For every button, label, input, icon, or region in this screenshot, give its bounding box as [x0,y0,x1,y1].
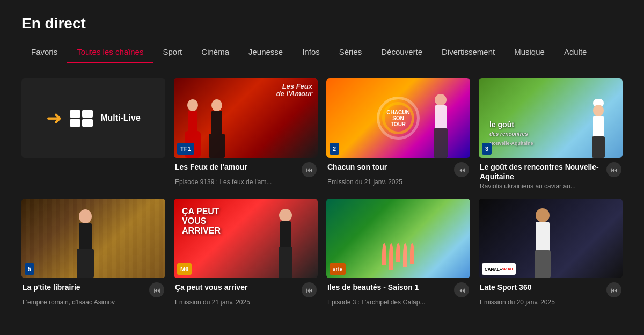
card-ca-peut-arriver-subtitle: Emission du 21 janv. 2025 [175,298,317,306]
card-iles-beautes-info: Iles de beautés - Saison 1 ⏮ Episode 3 :… [326,282,470,306]
card-chacun-tour-info: Chacun son tour ⏮ Emission du 21 janv. 2… [326,162,470,186]
tab-series[interactable]: Séries [330,43,372,63]
card-late-sport-thumb: CANAL+SPORT [479,199,623,278]
tab-favoris[interactable]: Favoris [21,43,67,63]
tab-musique[interactable]: Musique [504,43,554,63]
channel-badge-f2: 2 [330,143,339,155]
skip-button-chacun-tour[interactable]: ⏮ [454,162,469,177]
card-late-sport-info: Late Sport 360 ⏮ Emission du 20 janv. 20… [479,282,623,306]
channel-badge-f5: 5 [25,263,34,275]
content-grid: ➜ Multi-Live Les Feuxde l'Amour [21,78,623,306]
channel-badge-f3: 3 [482,143,492,155]
tab-cinema[interactable]: Cinéma [192,43,239,63]
card-multilive[interactable]: ➜ Multi-Live [21,78,165,190]
channel-badge-canalplus: CANAL+SPORT [482,263,516,275]
card-gout-rencontres-title: Le goût des rencontres Nouvelle-Aquitain… [480,162,603,181]
svg-rect-18 [279,247,292,278]
svg-rect-15 [77,249,94,278]
card-ptite-librairie-info: La p'tite librairie ⏮ L'empire romain, d… [21,282,165,306]
card-gout-rencontres[interactable]: le goûtdes rencontresNouvelle-Aquitaine … [479,78,623,190]
channel-badge-arte: arte [330,263,346,275]
skip-button-ca-peut-arriver[interactable]: ⏮ [302,282,317,297]
tab-decouverte[interactable]: Découverte [371,43,432,63]
svg-point-16 [279,209,292,222]
svg-point-0 [187,99,198,111]
card-late-sport-subtitle: Emission du 20 janv. 2025 [480,298,621,306]
tab-infos[interactable]: Infos [292,43,330,63]
channel-badge-m6: M6 [177,263,192,275]
card-iles-beautes[interactable]: arte Iles de beautés - Saison 1 ⏮ Episod… [326,199,470,306]
svg-rect-21 [535,250,551,278]
card-feux-amour-subtitle: Episode 9139 : Les feux de l'am... [175,178,317,186]
card-iles-beautes-thumb: arte [326,199,470,278]
multilive-grid-icon [70,110,93,127]
page-title: En direct [21,15,623,32]
card-feux-amour-info: Les Feux de l'amour ⏮ Episode 9139 : Les… [174,162,318,186]
multilive-arrow-icon: ➜ [46,107,62,129]
svg-rect-8 [434,128,448,158]
skip-button-gout-rencontres[interactable]: ⏮ [606,162,621,177]
svg-point-19 [536,208,550,222]
card-late-sport-title: Late Sport 360 [480,282,603,292]
card-gout-rencontres-info: Le goût des rencontres Nouvelle-Aquitain… [479,162,623,190]
card-iles-beautes-subtitle: Episode 3 : L'archipel des Galáp... [327,298,469,306]
card-ptite-librairie-title: La p'tite librairie [23,282,146,292]
svg-point-3 [211,99,222,111]
card-ca-peut-arriver-title: Ça peut vous arriver [175,282,298,292]
skip-button-feux-amour[interactable]: ⏮ [302,162,317,177]
svg-point-6 [435,94,447,106]
card-iles-beautes-title: Iles de beautés - Saison 1 [327,282,451,292]
tab-toutes-chaines[interactable]: Toutes les chaînes [67,43,153,63]
card-ca-peut-arriver-info: Ça peut vous arriver ⏮ Emission du 21 ja… [174,282,318,306]
skip-button-iles-beautes[interactable]: ⏮ [454,282,469,297]
card-chacun-tour-thumb: CHACUNSONTOUR 2 [326,78,470,158]
card-chacun-tour-title: Chacun son tour [327,162,451,172]
tab-jeunesse[interactable]: Jeunesse [239,43,292,63]
skip-button-ptite-librairie[interactable]: ⏮ [149,282,164,297]
card-feux-amour-title: Les Feux de l'amour [175,162,298,172]
card-ca-peut-arriver[interactable]: ÇA PEUTVOUSARRIVER M6 Ça peut vous arriv… [174,199,318,306]
card-ca-peut-arriver-thumb: ÇA PEUTVOUSARRIVER M6 [174,199,318,278]
card-feux-amour-thumb: Les Feuxde l'Amour [174,78,318,158]
multilive-label: Multi-Live [100,113,141,123]
channel-badge-tf1: TF1 [177,143,194,155]
card-chacun-tour-subtitle: Emission du 21 janv. 2025 [327,178,469,186]
svg-point-13 [79,209,92,223]
page-container: En direct Favoris Toutes les chaînes Spo… [0,0,644,317]
card-gout-rencontres-subtitle: Raviolis ukrainiens au caviar au... [480,183,621,190]
card-gout-rencontres-thumb: le goûtdes rencontresNouvelle-Aquitaine … [479,78,623,158]
card-multilive-thumb: ➜ Multi-Live [21,78,165,158]
svg-point-10 [593,105,604,116]
nav-tabs: Favoris Toutes les chaînes Sport Cinéma … [21,43,623,63]
tab-adulte[interactable]: Adulte [554,43,597,63]
card-late-sport[interactable]: CANAL+SPORT Late Sport 360 ⏮ Emission du… [479,199,623,306]
card-ptite-librairie-thumb: 5 [21,199,165,278]
tab-divertissement[interactable]: Divertissement [432,43,504,63]
svg-rect-12 [592,136,605,158]
svg-rect-5 [209,134,225,158]
skip-button-late-sport[interactable]: ⏮ [606,282,621,297]
tab-sport[interactable]: Sport [153,43,192,63]
card-ptite-librairie[interactable]: 5 La p'tite librairie ⏮ L'empire romain,… [21,199,165,306]
card-feux-amour[interactable]: Les Feuxde l'Amour [174,78,318,190]
card-chacun-tour[interactable]: CHACUNSONTOUR 2 Chacun son tour [326,78,470,190]
card-ptite-librairie-subtitle: L'empire romain, d'Isaac Asimov [23,298,164,306]
